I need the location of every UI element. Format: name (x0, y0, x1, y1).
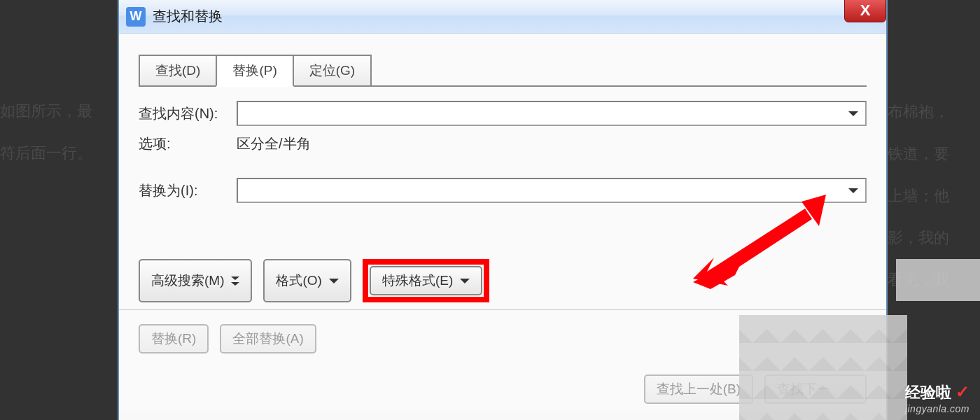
watermark-url: jingyanla.com (905, 403, 969, 414)
find-what-label: 查找内容(N): (139, 104, 237, 123)
special-format-button[interactable]: 特殊格式(E) (370, 266, 482, 295)
find-prev-button[interactable]: 查找上一处(B) (644, 374, 753, 404)
tab-replace[interactable]: 替换(P) (216, 55, 293, 87)
find-what-row: 查找内容(N): (139, 101, 867, 126)
separator (119, 309, 886, 310)
tab-find[interactable]: 查找(D) (139, 55, 217, 85)
advanced-search-button[interactable]: 高级搜索(M) (139, 259, 252, 302)
tab-goto[interactable]: 定位(G) (293, 55, 372, 85)
tab-strip: 查找(D) 替换(P) 定位(G) (139, 55, 867, 87)
dialog-title: 查找和替换 (153, 7, 223, 26)
censor-block (896, 259, 980, 301)
replace-with-label: 替换为(I): (139, 181, 237, 200)
button-label: 格式(O) (276, 272, 321, 290)
find-what-input[interactable] (237, 101, 867, 126)
options-label: 选项: (139, 134, 237, 153)
chevron-down-icon (329, 279, 339, 284)
adv-buttons-row: 高级搜索(M) 格式(O) 特殊格式(E) (139, 259, 867, 302)
close-button[interactable]: X (844, 0, 886, 22)
replace-button[interactable]: 替换(R) (139, 324, 209, 354)
app-icon: W (126, 7, 146, 27)
button-label: 高级搜索(M) (151, 272, 224, 290)
check-icon: ✓ (955, 382, 969, 401)
options-value: 区分全/半角 (237, 134, 311, 153)
format-button[interactable]: 格式(O) (263, 259, 351, 302)
dropdown-icon[interactable] (848, 188, 858, 193)
titlebar: W 查找和替换 X (119, 0, 886, 34)
double-chevron-down-icon (231, 276, 239, 286)
button-label: 特殊格式(E) (382, 272, 453, 290)
highlight-box: 特殊格式(E) (363, 259, 489, 302)
censor-block (739, 315, 907, 420)
replace-with-row: 替换为(I): (139, 178, 867, 203)
replace-with-input[interactable] (237, 178, 867, 203)
watermark-text: 经验啦 (905, 384, 951, 401)
dropdown-icon[interactable] (848, 111, 858, 116)
bg-text-line1: 如图所示，最 (0, 94, 92, 128)
options-row: 选项: 区分全/半角 (139, 134, 867, 153)
watermark: 经验啦 ✓ jingyanla.com (905, 382, 969, 414)
replace-all-button[interactable]: 全部替换(A) (220, 324, 316, 354)
chevron-down-icon (460, 279, 470, 284)
bg-text-line2: 符后面一行。 (0, 136, 92, 170)
